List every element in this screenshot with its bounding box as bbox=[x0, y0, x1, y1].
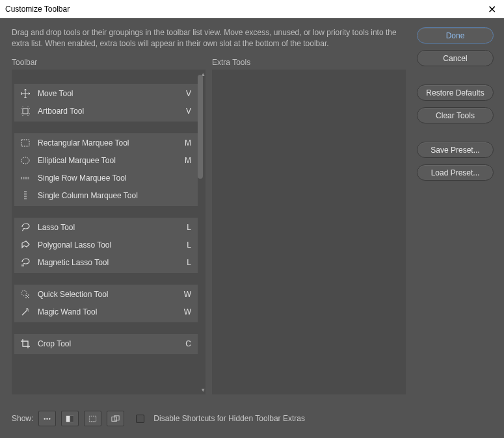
tool-row[interactable]: Polygonal Lasso ToolL bbox=[14, 237, 198, 254]
show-option-grid-button[interactable] bbox=[84, 411, 101, 426]
tool-name-label: Magnetic Lasso Tool bbox=[38, 258, 181, 267]
scrollbar-thumb[interactable] bbox=[198, 75, 203, 179]
row-marquee-icon bbox=[20, 172, 31, 184]
svg-rect-8 bbox=[70, 415, 74, 421]
disable-shortcuts-checkbox[interactable] bbox=[136, 415, 144, 423]
tool-name-label: Lasso Tool bbox=[38, 223, 181, 232]
cancel-button[interactable]: Cancel bbox=[417, 50, 494, 66]
ellipse-marquee-icon bbox=[20, 155, 31, 166]
tool-name-label: Elliptical Marquee Tool bbox=[38, 156, 181, 165]
mag-lasso-icon bbox=[20, 257, 31, 268]
tool-group[interactable]: Lasso ToolLPolygonal Lasso ToolLMagnetic… bbox=[14, 218, 198, 273]
move-icon bbox=[20, 88, 31, 99]
rect-marquee-icon bbox=[20, 137, 31, 149]
extra-column-label: Extra Tools bbox=[212, 58, 250, 67]
tool-name-label: Rectangular Marquee Tool bbox=[38, 138, 181, 148]
svg-rect-9 bbox=[90, 416, 96, 421]
close-icon[interactable]: ✕ bbox=[485, 3, 499, 16]
tool-name-label: Crop Tool bbox=[38, 339, 181, 348]
title-bar: Customize Toolbar ✕ bbox=[0, 0, 504, 18]
done-button[interactable]: Done bbox=[417, 27, 494, 44]
tool-row[interactable]: Rectangular Marquee ToolM bbox=[14, 135, 198, 152]
tool-row[interactable]: Crop ToolC bbox=[14, 335, 198, 353]
tool-row[interactable]: Single Row Marquee Tool bbox=[14, 170, 198, 187]
svg-point-5 bbox=[47, 418, 48, 419]
load-preset-button[interactable]: Load Preset... bbox=[417, 164, 494, 181]
tool-group[interactable]: Rectangular Marquee ToolMElliptical Marq… bbox=[14, 133, 198, 206]
scrollbar-track[interactable] bbox=[199, 72, 204, 392]
tool-shortcut-label: C bbox=[181, 339, 191, 348]
tool-shortcut-label: V bbox=[181, 89, 191, 98]
tool-name-label: Artboard Tool bbox=[38, 107, 181, 116]
tool-row[interactable]: Single Column Marquee Tool bbox=[14, 187, 198, 205]
save-preset-button[interactable]: Save Preset... bbox=[417, 142, 494, 158]
tool-shortcut-label: L bbox=[181, 258, 191, 267]
show-label: Show: bbox=[12, 414, 33, 423]
col-marquee-icon bbox=[20, 190, 31, 201]
restore-defaults-button[interactable]: Restore Defaults bbox=[417, 84, 494, 101]
description-text: Drag and drop tools or their groupings i… bbox=[12, 27, 408, 50]
tool-row[interactable]: Lasso ToolL bbox=[14, 219, 198, 237]
svg-point-3 bbox=[21, 290, 27, 296]
tool-name-label: Quick Selection Tool bbox=[38, 290, 181, 299]
tool-name-label: Magic Wand Tool bbox=[38, 307, 181, 316]
quick-select-icon bbox=[20, 289, 31, 300]
tool-group[interactable]: Move ToolVArtboard ToolV bbox=[14, 84, 198, 122]
tool-name-label: Move Tool bbox=[38, 89, 181, 98]
clear-tools-button[interactable]: Clear Tools bbox=[417, 107, 494, 123]
tool-shortcut-label: W bbox=[181, 307, 191, 316]
svg-point-6 bbox=[49, 418, 50, 419]
tool-shortcut-label: L bbox=[181, 240, 191, 250]
tool-row[interactable]: Elliptical Marquee ToolM bbox=[14, 152, 198, 170]
tool-row[interactable]: Quick Selection ToolW bbox=[14, 286, 198, 303]
svg-rect-1 bbox=[21, 140, 29, 146]
window-title: Customize Toolbar bbox=[5, 5, 70, 14]
tool-shortcut-label: W bbox=[181, 290, 191, 299]
show-option-screens-button[interactable] bbox=[107, 411, 124, 426]
scroll-down-icon[interactable]: ▾ bbox=[202, 387, 205, 393]
tool-group[interactable]: Quick Selection ToolWMagic Wand ToolW bbox=[14, 285, 198, 322]
show-option-mask-button[interactable] bbox=[61, 411, 79, 426]
disable-shortcuts-label: Disable Shortcuts for Hidden Toolbar Ext… bbox=[153, 414, 305, 423]
lasso-icon bbox=[20, 222, 31, 233]
svg-point-4 bbox=[44, 418, 46, 419]
tool-name-label: Polygonal Lasso Tool bbox=[38, 240, 181, 250]
tool-name-label: Single Column Marquee Tool bbox=[38, 191, 181, 200]
tool-group[interactable]: Crop ToolC bbox=[14, 334, 198, 354]
artboard-icon bbox=[20, 105, 31, 117]
wand-icon bbox=[20, 306, 31, 318]
tool-row[interactable]: Magic Wand ToolW bbox=[14, 303, 198, 321]
tool-name-label: Single Row Marquee Tool bbox=[38, 174, 181, 183]
toolbar-list-panel[interactable]: ▴ ▾ Move ToolVArtboard ToolVRectangular … bbox=[12, 70, 206, 394]
footer: Show: Disable Shortcuts for Hidden Toolb… bbox=[12, 411, 492, 426]
tool-shortcut-label: V bbox=[181, 107, 191, 116]
tool-row[interactable]: Artboard ToolV bbox=[14, 103, 198, 120]
show-option-dots-button[interactable] bbox=[38, 411, 56, 426]
toolbar-column-label: Toolbar bbox=[12, 58, 206, 67]
tool-row[interactable]: Move ToolV bbox=[14, 85, 198, 103]
svg-rect-0 bbox=[23, 109, 28, 114]
svg-point-2 bbox=[21, 157, 29, 164]
tool-shortcut-label: M bbox=[181, 138, 191, 148]
poly-lasso-icon bbox=[20, 239, 31, 251]
extra-tools-panel[interactable] bbox=[212, 70, 406, 394]
crop-icon bbox=[20, 338, 31, 350]
tool-row[interactable]: Magnetic Lasso ToolL bbox=[14, 254, 198, 272]
tool-shortcut-label: M bbox=[181, 156, 191, 165]
tool-shortcut-label: L bbox=[181, 223, 191, 232]
